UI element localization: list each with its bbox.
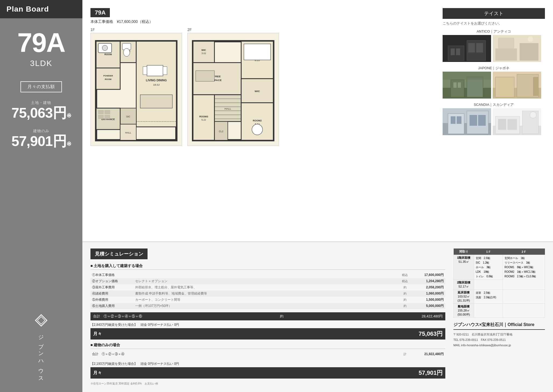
item-label: ①本体工事価格 xyxy=(90,272,134,278)
estimate-table-2: 合計 ①＋②＋③＋④ 計 21,922,480円 xyxy=(90,351,445,357)
price1-note: ※ xyxy=(66,112,71,119)
estimate-footnote: ※住宅ローン35年返済 30年固定 金利0.6% お支払い例 xyxy=(90,382,445,386)
table-row: 敷地面積155.28㎡(50.00坪) xyxy=(454,304,545,318)
sidebar-title: Plan Board xyxy=(0,0,82,18)
taste-img-antico-1[interactable] xyxy=(443,35,491,62)
estimate-loan-note2: 【2,193万円融資を受けた場合】 頭金 0円/ボーナス払い 0円 xyxy=(90,360,445,367)
table-row: ⑥土地購入費用 一例（坪107万円×50坪） 約 5,000,000円 xyxy=(90,303,445,309)
plan-code-badge: 79A xyxy=(90,8,110,17)
room-table: 間取り 1 F 2 F 1階床面積51.35㎡ 玄関 2.6帖SIC 1.2帖ホ… xyxy=(453,248,545,318)
svg-rect-105 xyxy=(508,119,517,130)
estimate-total-tax: 約 xyxy=(280,314,284,319)
svg-rect-73 xyxy=(468,43,475,52)
svg-rect-48 xyxy=(196,71,215,81)
estimate-total-row: 合計 ①＋②＋③＋④＋⑤＋⑥ 約 28,422,480円 xyxy=(90,312,445,320)
estimate-section2-title: ■ 建物のみの場合 xyxy=(90,343,445,349)
room-2f-label: 玄関ホール 1帖リリースペース 1帖ROOM1 8帖＋WIC3帖ROOM2 1帖… xyxy=(503,255,545,290)
svg-rect-91 xyxy=(533,77,538,96)
company-details: 〒920-0211 石川県金沢市浅井2丁目77番地 TEL 076-239-00… xyxy=(453,332,545,348)
item-tax: 約 xyxy=(400,284,410,290)
table-row: 延床面積103.52㎡(31.31坪) 浴室 2.5帖洗面 2.0帖(1坪) xyxy=(454,290,545,304)
svg-text:ROOM3: ROOM3 xyxy=(199,115,208,118)
item-desc xyxy=(134,272,400,278)
floor-1-plan: BATH ROOM WC POWDER xyxy=(90,33,182,146)
estimate-section1-title: ■ 土地を購入して建築する場合 xyxy=(90,264,445,270)
item-tax: 税込 xyxy=(400,272,410,278)
diamond-icon xyxy=(33,312,49,328)
svg-rect-21 xyxy=(147,65,163,76)
plan-board-title: Plan Board xyxy=(6,5,49,13)
svg-point-106 xyxy=(530,112,536,118)
svg-rect-77 xyxy=(520,43,538,61)
item-tax: 約 xyxy=(400,303,410,309)
item-label: ④諸経費用 xyxy=(90,290,134,297)
item-amount: 2,058,200円 xyxy=(410,284,445,290)
taste-images-antico xyxy=(443,35,545,62)
taste-images-scandia xyxy=(443,108,545,135)
room-1f-items: 玄関 2.6帖SIC 1.2帖ホール 3帖LDK 18帖トイレ 0.8帖 xyxy=(474,255,503,280)
svg-text:POWDER: POWDER xyxy=(103,75,113,77)
company-info: ジブンハウス×宝来社石川｜Official Store 〒920-0211 石川… xyxy=(453,322,545,348)
svg-rect-74 xyxy=(476,43,483,52)
bottom-section: 見積シミュレーション ■ 土地を購入して建築する場合 ①本体工事価格 税込 17… xyxy=(82,242,553,392)
svg-rect-85 xyxy=(458,82,461,88)
price2-note: ※ xyxy=(66,141,71,147)
estimate-loan-note: 【2,843万円融資を受けた場合】 頭金 0円/ボーナス払い 0円 xyxy=(90,321,445,328)
item-label: ③屋外工事費用 xyxy=(90,284,134,290)
plan-title-row: 79A xyxy=(90,8,437,17)
taste-style-scandia: SCANDIA｜スカンディア xyxy=(443,102,545,135)
taste-header: テイスト xyxy=(443,8,545,19)
svg-rect-94 xyxy=(448,114,464,134)
plan-type: 3LDK xyxy=(30,59,52,68)
svg-rect-96 xyxy=(451,116,456,124)
taste-img-scandia-2[interactable] xyxy=(493,108,541,135)
taste-img-japone-1[interactable] xyxy=(443,72,491,99)
table-row: ④諸経費用 書類作成 申請手数料等、地域費金、管理経経費等 約 1,060,00… xyxy=(90,290,445,297)
svg-text:CL2: CL2 xyxy=(219,130,223,133)
svg-rect-29 xyxy=(98,110,104,114)
room-site-2f xyxy=(503,304,545,318)
price1-value: 75,063円※ xyxy=(11,105,71,121)
item-desc: セレクト＋オプション xyxy=(134,278,400,284)
svg-point-79 xyxy=(528,36,533,42)
taste-style-name-antico: ANTICO｜アンティコ xyxy=(443,29,545,34)
price-land-building: 土地・建物 75,063円※ xyxy=(11,100,71,121)
estimate-total-amount: 28,422,480円 xyxy=(422,314,443,319)
taste-img-placeholder xyxy=(443,35,491,62)
item-desc: カーポート、コンクリート間等 xyxy=(134,297,400,303)
price1-amount: 75,063円 xyxy=(11,105,66,121)
main-content: 79A 本体工事価格 ¥17,600,000（税込） 1F xyxy=(82,0,553,392)
svg-rect-44 xyxy=(244,44,271,60)
estimate-total-label: 合計 ①＋②＋③＋④＋⑤＋⑥ xyxy=(93,314,142,319)
col-madori: 間取り xyxy=(454,248,474,255)
taste-style-antico: ANTICO｜アンティコ xyxy=(443,29,545,62)
table-row: ⑤外構費用 カーポート、コンクリート間等 約 1,500,000円 xyxy=(90,297,445,303)
floor-plan-area: 79A 本体工事価格 ¥17,600,000（税込） 1F xyxy=(90,8,437,146)
item-label: ⑤外構費用 xyxy=(90,297,134,303)
svg-rect-24 xyxy=(140,95,172,108)
svg-text:SIC: SIC xyxy=(126,115,130,118)
item2-desc xyxy=(134,351,400,357)
taste-style-name-scandia: SCANDIA｜スカンディア xyxy=(443,102,545,107)
taste-img-scandia-1[interactable] xyxy=(443,108,491,135)
price1-label: 土地・建物 xyxy=(11,100,71,105)
svg-text:FREE: FREE xyxy=(214,75,221,78)
floor-1-label: 1F xyxy=(90,27,182,32)
taste-img-antico-2[interactable] xyxy=(493,35,541,62)
col-2f: 2 F xyxy=(503,248,545,255)
svg-rect-89 xyxy=(495,77,514,97)
taste-img-japone-2[interactable] xyxy=(493,72,541,99)
floor-1-container: 1F BATH ROOM xyxy=(90,27,182,146)
item-label: ②オプション価格 xyxy=(90,278,134,284)
svg-rect-82 xyxy=(451,80,464,97)
item-tax: 約 xyxy=(400,290,410,297)
spacer xyxy=(82,151,553,242)
svg-rect-86 xyxy=(443,72,491,80)
svg-rect-76 xyxy=(495,48,517,61)
taste-section: テイスト こちらのテイストをお選びください。 ANTICO｜アンティコ xyxy=(443,8,545,146)
company-name: ジブンハウス×宝来社石川｜Official Store xyxy=(453,322,545,330)
table-row: ③屋外工事費用 外部給排水、埋土処分、屋外電気工事等、 約 2,058,200円 xyxy=(90,284,445,290)
floor-2-plan: WIC 3.0J ROOM1 8.0J FREE SPACE xyxy=(187,33,279,146)
table-row: ②オプション価格 セレクト＋オプション 税込 1,204,280円 xyxy=(90,278,445,284)
svg-point-12 xyxy=(123,48,130,57)
